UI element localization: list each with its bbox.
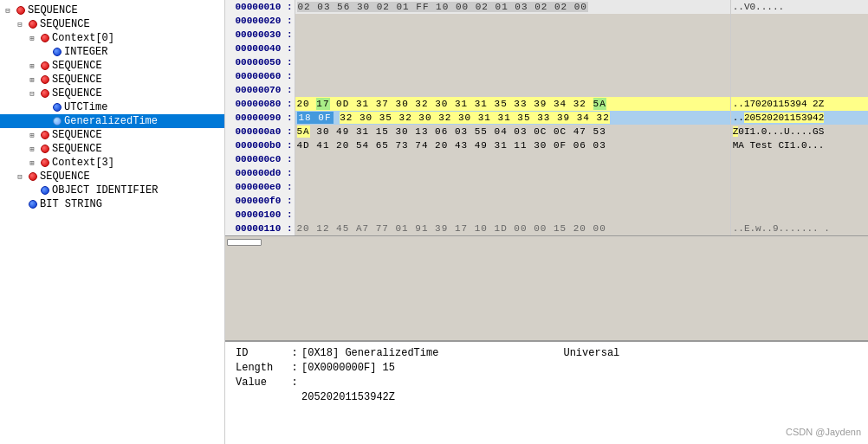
tree-panel: ⊟ SEQUENCE ⊟ SEQUENCE ⊞ Context[0] ⊞ INT… — [0, 0, 225, 444]
tree-item-bstr[interactable]: ⊞ BIT STRING — [0, 197, 224, 211]
expander-seq5[interactable]: ⊟ — [26, 87, 38, 100]
hex-bytes-f0 — [295, 194, 730, 208]
expander-seq2[interactable]: ⊟ — [14, 18, 26, 30]
tree-item-seq6[interactable]: ⊞ SEQUENCE — [0, 128, 224, 142]
expander-ctx3[interactable]: ⊞ — [26, 157, 38, 169]
expander-seq8[interactable]: ⊟ — [14, 171, 26, 183]
dot-red-seq7 — [41, 145, 49, 153]
dot-red-seq6 — [41, 131, 49, 139]
hex-addr-70: 00000070 : — [225, 83, 295, 97]
info-value-sep: : — [288, 376, 301, 389]
dot-red-seq4 — [41, 75, 49, 84]
dot-red-ctx3 — [41, 158, 49, 167]
info-value-key: Value — [236, 376, 288, 389]
dot-blue-gtime — [53, 117, 62, 125]
hex-row-a0: 000000a0 : 5A 30 49 31 15 30 13 06 03 55… — [225, 125, 868, 138]
expander-seq4[interactable]: ⊞ — [26, 74, 38, 86]
hex-addr-a0: 000000a0 : — [225, 125, 295, 138]
info-id-row: ID : [0X18] GeneralizedTime Universal — [236, 347, 858, 359]
label-seq2: SEQUENCE — [40, 18, 90, 30]
tree-item-ctx3[interactable]: ⊞ Context[3] — [0, 156, 224, 170]
hex-row-10: 00000010 : 02 03 56 30 02 01 FF 10 00 02… — [225, 0, 868, 14]
label-oid: OBJECT IDENTIFIER — [52, 184, 158, 196]
info-value-data: 20520201153942Z — [301, 391, 858, 403]
hex-addr-60: 00000060 : — [225, 69, 295, 83]
hex-row-100: 00000100 : — [225, 208, 868, 222]
tree-item-seq4[interactable]: ⊞ SEQUENCE — [0, 73, 224, 87]
hex-bytes-80: 20 17 0D 31 37 30 32 30 31 31 35 33 39 3… — [295, 97, 730, 111]
tree-item-utc[interactable]: ⊞ UTCTime — [0, 100, 224, 114]
info-value-row: Value : — [236, 376, 858, 389]
info-length-sep: : — [288, 362, 301, 374]
info-id-value: [0X18] GeneralizedTime Universal — [301, 347, 619, 359]
tree-item-oid[interactable]: ⊞ OBJECT IDENTIFIER — [0, 183, 224, 197]
tree-item-seq3[interactable]: ⊞ SEQUENCE — [0, 59, 224, 73]
hex-bytes-110: 20 12 45 A7 77 01 91 39 17 10 1D 00 00 1… — [295, 222, 730, 235]
expander-seq3[interactable]: ⊞ — [26, 60, 38, 72]
hex-bytes-c0 — [295, 152, 730, 166]
label-seq8: SEQUENCE — [40, 171, 90, 183]
info-id-sep: : — [288, 347, 301, 359]
watermark: CSDN @Jaydenn — [786, 427, 861, 437]
dot-blue-bstr — [29, 200, 37, 209]
expander-seq1[interactable]: ⊟ — [2, 4, 14, 16]
hex-ascii-c0 — [730, 152, 868, 166]
hex-row-110: 00000110 : 20 12 45 A7 77 01 91 39 17 10… — [225, 222, 868, 235]
tree-item-seq5[interactable]: ⊟ SEQUENCE — [0, 87, 224, 100]
hex-bytes-e0 — [295, 180, 730, 194]
dot-red-seq8 — [29, 172, 37, 181]
hex-row-90: 00000090 : 18 0F 32 30 35 32 30 32 30 31… — [225, 111, 868, 125]
dot-blue-int1 — [53, 48, 62, 56]
hex-panel: 00000010 : 02 03 56 30 02 01 FF 10 00 02… — [225, 0, 868, 340]
hex-ascii-80: ..17020115394 2Z — [730, 97, 868, 111]
tree-item-seq1[interactable]: ⊟ SEQUENCE — [0, 3, 224, 17]
hex-bytes-a0: 5A 30 49 31 15 30 13 06 03 55 04 03 0C 0… — [295, 125, 730, 138]
tree-item-int1[interactable]: ⊞ INTEGER — [0, 45, 224, 59]
hex-bytes-50 — [295, 55, 730, 69]
hex-addr-b0: 000000b0 : — [225, 138, 295, 152]
tree-item-seq8[interactable]: ⊟ SEQUENCE — [0, 170, 224, 183]
hex-row-20: 00000020 : — [225, 14, 868, 28]
dot-blue-oid — [41, 186, 49, 195]
hex-ascii-30 — [730, 28, 868, 42]
dot-red-seq2 — [29, 20, 37, 29]
hex-row-80: 00000080 : 20 17 0D 31 37 30 32 30 31 31… — [225, 97, 868, 111]
hex-row-f0: 000000f0 : — [225, 194, 868, 208]
expander-ctx0[interactable]: ⊞ — [26, 32, 38, 44]
hex-ascii-20 — [730, 14, 868, 28]
hex-addr-e0: 000000e0 : — [225, 180, 295, 194]
hex-addr-50: 00000050 : — [225, 55, 295, 69]
expander-seq7[interactable]: ⊞ — [26, 143, 38, 155]
label-gtime: GeneralizedTime — [64, 115, 158, 127]
scrollbar-thumb[interactable] — [227, 239, 262, 246]
label-seq7: SEQUENCE — [52, 143, 102, 155]
hex-addr-20: 00000020 : — [225, 14, 295, 28]
hex-row-b0: 000000b0 : 4D 41 20 54 65 73 74 20 43 49… — [225, 138, 868, 152]
label-seq3: SEQUENCE — [52, 60, 102, 72]
hex-addr-f0: 000000f0 : — [225, 194, 295, 208]
dot-red-seq3 — [41, 61, 49, 70]
expander-seq6[interactable]: ⊞ — [26, 129, 38, 141]
hex-ascii-40 — [730, 42, 868, 55]
label-int1: INTEGER — [64, 46, 107, 58]
hex-ascii-e0 — [730, 180, 868, 194]
hex-ascii-b0: MA Test CI1.0... — [730, 138, 868, 152]
hex-ascii-60 — [730, 69, 868, 83]
hex-addr-100: 00000100 : — [225, 208, 295, 222]
hex-addr-10: 00000010 : — [225, 0, 295, 14]
hex-row-e0: 000000e0 : — [225, 180, 868, 194]
tree-item-ctx0[interactable]: ⊞ Context[0] — [0, 31, 224, 45]
hex-row-c0: 000000c0 : — [225, 152, 868, 166]
hex-row-30: 00000030 : — [225, 28, 868, 42]
label-ctx3: Context[3] — [52, 157, 114, 169]
hex-addr-110: 00000110 : — [225, 222, 295, 235]
hex-scrollbar[interactable] — [225, 235, 868, 248]
tree-item-gtime[interactable]: ⊞ GeneralizedTime — [0, 114, 224, 128]
hex-bytes-100 — [295, 208, 730, 222]
hex-row-50: 00000050 : — [225, 55, 868, 69]
label-ctx0: Context[0] — [52, 32, 114, 44]
tree-item-seq2[interactable]: ⊟ SEQUENCE — [0, 17, 224, 31]
tree-item-seq7[interactable]: ⊞ SEQUENCE — [0, 142, 224, 156]
hex-ascii-100 — [730, 208, 868, 222]
hex-bytes-b0: 4D 41 20 54 65 73 74 20 43 49 31 11 30 0… — [295, 138, 730, 152]
